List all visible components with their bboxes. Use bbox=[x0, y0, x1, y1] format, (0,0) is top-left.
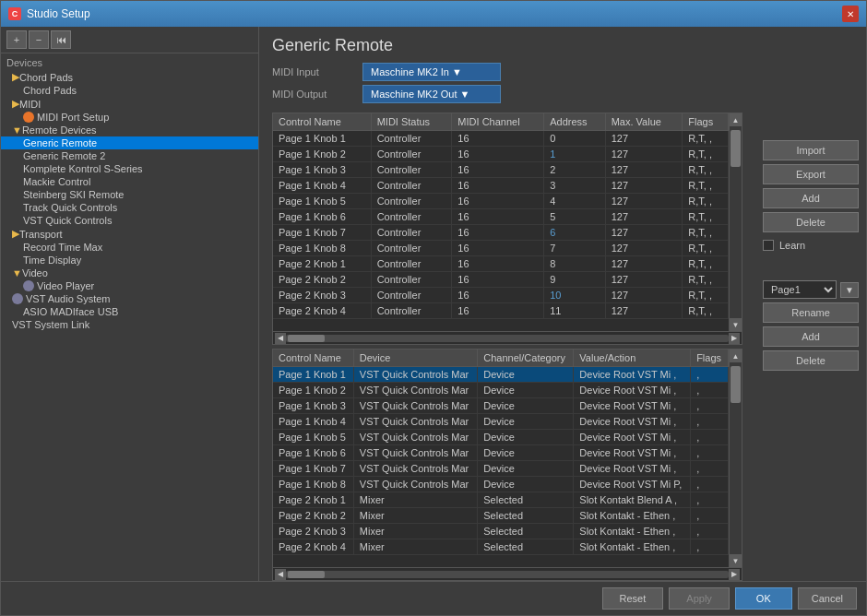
hscroll2-thumb[interactable] bbox=[288, 571, 325, 578]
table-row[interactable]: Page 2 Knob 2 Mixer Selected Slot Kontak… bbox=[273, 508, 729, 524]
table1-hscrollbar[interactable]: ◀ ▶ bbox=[273, 331, 742, 344]
midi-input-dropdown[interactable]: Maschine MK2 In ▼ bbox=[362, 63, 501, 81]
sidebar-item-video-player[interactable]: Video Player bbox=[1, 279, 258, 292]
table-row[interactable]: Page 1 Knob 8 VST Quick Controls Mar Dev… bbox=[273, 477, 729, 492]
sidebar-item-label: Chord Pads bbox=[19, 72, 73, 83]
table-row[interactable]: Page 2 Knob 3 Mixer Selected Slot Kontak… bbox=[273, 524, 729, 539]
hscroll-right-arrow[interactable]: ▶ bbox=[729, 333, 740, 344]
vscroll2-down-arrow[interactable]: ▼ bbox=[730, 554, 742, 567]
sidebar-item-label: MIDI Port Setup bbox=[37, 112, 109, 123]
table-row[interactable]: Page 1 Knob 2 Controller 16 1 127 R,T, , bbox=[273, 147, 729, 162]
vscroll2-up-arrow[interactable]: ▲ bbox=[730, 349, 742, 362]
table-row[interactable]: Page 2 Knob 3 Controller 16 10 127 R,T, … bbox=[273, 288, 729, 303]
cell-max: 127 bbox=[605, 162, 683, 178]
rewind-button[interactable]: ⏮ bbox=[51, 30, 71, 49]
table-row[interactable]: Page 1 Knob 4 Controller 16 3 127 R,T, , bbox=[273, 178, 729, 194]
vscroll-thumb[interactable] bbox=[730, 130, 741, 167]
ok-button[interactable]: OK bbox=[735, 587, 792, 610]
sidebar-item-mackie-control[interactable]: Mackie Control bbox=[1, 175, 258, 188]
rename-button[interactable]: Rename bbox=[763, 302, 859, 323]
add-button[interactable]: Add bbox=[763, 188, 859, 208]
import-button[interactable]: Import bbox=[763, 140, 859, 160]
hscroll-left-arrow[interactable]: ◀ bbox=[275, 333, 286, 344]
cell-device: VST Quick Controls Mar bbox=[353, 383, 477, 398]
table-row[interactable]: Page 1 Knob 7 Controller 16 6 127 R,T, , bbox=[273, 225, 729, 241]
page-select[interactable]: Page1 bbox=[763, 280, 837, 299]
cell-name: Page 1 Knob 1 bbox=[273, 131, 371, 147]
table-row[interactable]: Page 1 Knob 6 Controller 16 5 127 R,T, , bbox=[273, 209, 729, 225]
table-row[interactable]: Page 1 Knob 2 VST Quick Controls Mar Dev… bbox=[273, 383, 729, 398]
table2-vscrollbar[interactable]: ▲ ▼ bbox=[729, 349, 742, 567]
cell-device: Mixer bbox=[353, 492, 477, 508]
cell-status: Controller bbox=[371, 194, 452, 209]
sidebar-item-chord-pads[interactable]: Chord Pads bbox=[1, 84, 258, 97]
sidebar-item-transport-folder[interactable]: ▶ Transport bbox=[1, 227, 258, 241]
table2-content: Control Name Device Channel/Category Val… bbox=[273, 349, 729, 567]
learn-checkbox[interactable] bbox=[763, 240, 774, 251]
table-row[interactable]: Page 2 Knob 2 Controller 16 9 127 R,T, , bbox=[273, 272, 729, 288]
cell-value: Device Root VST Mi , bbox=[574, 430, 691, 445]
sidebar-item-vst-audio-system[interactable]: VST Audio System bbox=[1, 292, 258, 305]
sidebar-item-komplete-kontrol[interactable]: Komplete Kontrol S-Series bbox=[1, 162, 258, 175]
cancel-button[interactable]: Cancel bbox=[798, 587, 857, 610]
cell-channel: 16 bbox=[452, 194, 544, 209]
table-row[interactable]: Page 1 Knob 8 Controller 16 7 127 R,T, , bbox=[273, 241, 729, 256]
cell-value: Device Root VST Mi , bbox=[574, 367, 691, 383]
sidebar-item-remote-devices-folder[interactable]: ▼ Remote Devices bbox=[1, 124, 258, 136]
hscroll2-left-arrow[interactable]: ◀ bbox=[275, 569, 286, 580]
sidebar-item-video-folder[interactable]: ▼ Video bbox=[1, 267, 258, 279]
table-row[interactable]: Page 1 Knob 5 VST Quick Controls Mar Dev… bbox=[273, 430, 729, 445]
delete2-button[interactable]: Delete bbox=[763, 350, 859, 371]
sidebar-item-midi-folder[interactable]: ▶ MIDI bbox=[1, 97, 258, 111]
cell-channel: 16 bbox=[452, 256, 544, 272]
delete-button[interactable]: Delete bbox=[763, 212, 859, 232]
midi-table-container: Control Name MIDI Status MIDI Channel Ad… bbox=[272, 113, 742, 345]
reset-button[interactable]: Reset bbox=[602, 587, 664, 610]
table2-hscrollbar[interactable]: ◀ ▶ bbox=[273, 567, 742, 580]
sidebar-item-steinberg-ski[interactable]: Steinberg SKI Remote bbox=[1, 188, 258, 201]
sidebar-item-midi-port-setup[interactable]: MIDI Port Setup bbox=[1, 111, 258, 124]
sidebar-item-time-display[interactable]: Time Display bbox=[1, 254, 258, 267]
table-row[interactable]: Page 1 Knob 5 Controller 16 4 127 R,T, , bbox=[273, 194, 729, 209]
hscroll-thumb[interactable] bbox=[288, 335, 325, 342]
hscroll2-right-arrow[interactable]: ▶ bbox=[729, 569, 740, 580]
title-bar: C Studio Setup ✕ bbox=[1, 1, 866, 27]
midi-output-dropdown[interactable]: Maschine MK2 Out ▼ bbox=[362, 85, 501, 103]
table-row[interactable]: Page 1 Knob 4 VST Quick Controls Mar Dev… bbox=[273, 414, 729, 430]
sidebar-item-vst-system-link[interactable]: VST System Link bbox=[1, 318, 258, 331]
add-device-button[interactable]: + bbox=[6, 30, 27, 49]
table-row[interactable]: Page 1 Knob 3 VST Quick Controls Mar Dev… bbox=[273, 398, 729, 414]
sidebar-item-asio-madiface[interactable]: ASIO MADIface USB bbox=[1, 305, 258, 318]
table-row[interactable]: Page 2 Knob 1 Mixer Selected Slot Kontak… bbox=[273, 492, 729, 508]
vscroll-up-arrow[interactable]: ▲ bbox=[730, 113, 742, 126]
vscroll-down-arrow[interactable]: ▼ bbox=[730, 318, 742, 331]
vscroll2-thumb[interactable] bbox=[730, 366, 741, 403]
table-row[interactable]: Page 1 Knob 1 VST Quick Controls Mar Dev… bbox=[273, 367, 729, 383]
cell-channel: 16 bbox=[452, 272, 544, 288]
apply-button[interactable]: Apply bbox=[669, 587, 730, 610]
sidebar-item-record-time-max[interactable]: Record Time Max bbox=[1, 241, 258, 254]
page-dropdown-arrow[interactable]: ▼ bbox=[840, 282, 859, 298]
sidebar-item-vst-quick[interactable]: VST Quick Controls bbox=[1, 214, 258, 227]
close-button[interactable]: ✕ bbox=[842, 6, 859, 22]
table1-vscrollbar[interactable]: ▲ ▼ bbox=[729, 113, 742, 331]
cell-name: Page 2 Knob 2 bbox=[273, 272, 371, 288]
remove-device-button[interactable]: − bbox=[29, 30, 49, 49]
table-row[interactable]: Page 2 Knob 1 Controller 16 8 127 R,T, , bbox=[273, 256, 729, 272]
export-button[interactable]: Export bbox=[763, 164, 859, 184]
cell-status: Controller bbox=[371, 147, 452, 162]
table-row[interactable]: Page 2 Knob 4 Mixer Selected Slot Kontak… bbox=[273, 539, 729, 555]
table-row[interactable]: Page 1 Knob 3 Controller 16 2 127 R,T, , bbox=[273, 162, 729, 178]
col-midi-status: MIDI Status bbox=[371, 113, 452, 131]
sidebar-item-generic-remote[interactable]: Generic Remote bbox=[1, 136, 258, 149]
add2-button[interactable]: Add bbox=[763, 326, 859, 347]
table-row[interactable]: Page 1 Knob 6 VST Quick Controls Mar Dev… bbox=[273, 445, 729, 461]
table-row[interactable]: Page 1 Knob 1 Controller 16 0 127 R,T, , bbox=[273, 131, 729, 147]
sidebar-item-track-quick[interactable]: Track Quick Controls bbox=[1, 201, 258, 214]
table-row[interactable]: Page 2 Knob 4 Controller 16 11 127 R,T, … bbox=[273, 303, 729, 319]
cell-status: Controller bbox=[371, 256, 452, 272]
table-row[interactable]: Page 1 Knob 7 VST Quick Controls Mar Dev… bbox=[273, 461, 729, 477]
sidebar-item-chord-pads-folder[interactable]: ▶ Chord Pads bbox=[1, 70, 258, 84]
sidebar-item-generic-remote-2[interactable]: Generic Remote 2 bbox=[1, 149, 258, 162]
table2-scroll-area: Control Name Device Channel/Category Val… bbox=[273, 349, 742, 567]
